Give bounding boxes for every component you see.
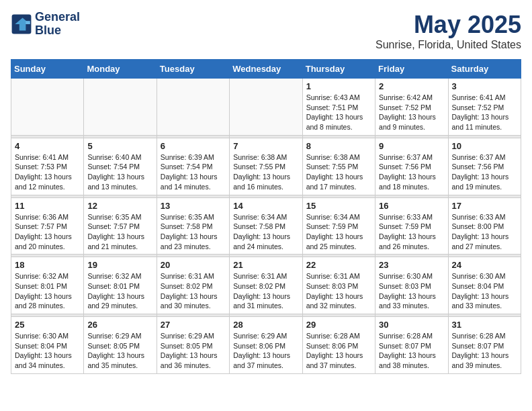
day-number: 17 — [452, 201, 517, 211]
day-number: 22 — [306, 260, 371, 270]
svg-marker-2 — [26, 21, 30, 24]
day-info: Sunrise: 6:35 AM Sunset: 7:58 PM Dayligh… — [161, 212, 226, 252]
day-info: Sunrise: 6:28 AM Sunset: 8:07 PM Dayligh… — [379, 331, 444, 371]
day-number: 2 — [379, 81, 444, 91]
day-info: Sunrise: 6:43 AM Sunset: 7:51 PM Dayligh… — [306, 93, 371, 132]
calendar-cell: 28Sunrise: 6:29 AM Sunset: 8:06 PM Dayli… — [230, 317, 302, 374]
day-info: Sunrise: 6:37 AM Sunset: 7:56 PM Dayligh… — [452, 152, 517, 192]
day-info: Sunrise: 6:30 AM Sunset: 8:04 PM Dayligh… — [15, 331, 80, 371]
day-info: Sunrise: 6:28 AM Sunset: 8:06 PM Dayligh… — [306, 331, 371, 371]
day-number: 4 — [15, 141, 80, 151]
calendar-cell: 14Sunrise: 6:34 AM Sunset: 7:58 PM Dayli… — [230, 197, 302, 255]
calendar-cell — [84, 79, 157, 136]
calendar-cell: 30Sunrise: 6:28 AM Sunset: 8:07 PM Dayli… — [375, 317, 448, 374]
day-info: Sunrise: 6:37 AM Sunset: 7:56 PM Dayligh… — [379, 152, 444, 192]
calendar-cell: 3Sunrise: 6:41 AM Sunset: 7:52 PM Daylig… — [448, 79, 521, 136]
day-number: 31 — [452, 320, 517, 330]
calendar-cell: 1Sunrise: 6:43 AM Sunset: 7:51 PM Daylig… — [302, 79, 375, 136]
day-info: Sunrise: 6:33 AM Sunset: 7:59 PM Dayligh… — [379, 212, 444, 252]
calendar-cell: 22Sunrise: 6:31 AM Sunset: 8:03 PM Dayli… — [302, 257, 375, 314]
day-info: Sunrise: 6:31 AM Sunset: 8:02 PM Dayligh… — [161, 271, 226, 311]
day-number: 12 — [87, 201, 152, 211]
title-area: May 2025 Sunrise, Florida, United States — [375, 11, 521, 51]
weekday-header-row: SundayMondayTuesdayWednesdayThursdayFrid… — [11, 60, 521, 79]
day-number: 28 — [233, 320, 298, 330]
week-row-3: 11Sunrise: 6:36 AM Sunset: 7:57 PM Dayli… — [11, 197, 521, 255]
calendar-cell: 12Sunrise: 6:35 AM Sunset: 7:57 PM Dayli… — [84, 197, 157, 255]
calendar-cell: 19Sunrise: 6:32 AM Sunset: 8:01 PM Dayli… — [84, 257, 157, 314]
calendar-cell: 21Sunrise: 6:31 AM Sunset: 8:02 PM Dayli… — [230, 257, 302, 314]
day-info: Sunrise: 6:34 AM Sunset: 7:59 PM Dayligh… — [306, 212, 371, 252]
calendar-cell: 16Sunrise: 6:33 AM Sunset: 7:59 PM Dayli… — [375, 197, 448, 255]
week-row-2: 4Sunrise: 6:41 AM Sunset: 7:53 PM Daylig… — [11, 138, 521, 195]
day-info: Sunrise: 6:41 AM Sunset: 7:53 PM Dayligh… — [15, 152, 80, 192]
calendar-cell: 20Sunrise: 6:31 AM Sunset: 8:02 PM Dayli… — [157, 257, 229, 314]
calendar-cell: 24Sunrise: 6:30 AM Sunset: 8:04 PM Dayli… — [448, 257, 521, 314]
calendar-cell: 31Sunrise: 6:28 AM Sunset: 8:07 PM Dayli… — [448, 317, 521, 374]
calendar-cell: 23Sunrise: 6:30 AM Sunset: 8:03 PM Dayli… — [375, 257, 448, 314]
day-number: 13 — [161, 201, 226, 211]
weekday-header-tuesday: Tuesday — [157, 60, 229, 79]
day-number: 11 — [15, 201, 80, 211]
day-info: Sunrise: 6:32 AM Sunset: 8:01 PM Dayligh… — [15, 271, 80, 311]
day-info: Sunrise: 6:29 AM Sunset: 8:06 PM Dayligh… — [233, 331, 298, 371]
calendar-cell — [230, 79, 302, 136]
day-info: Sunrise: 6:31 AM Sunset: 8:03 PM Dayligh… — [306, 271, 371, 311]
day-info: Sunrise: 6:29 AM Sunset: 8:05 PM Dayligh… — [87, 331, 152, 371]
week-row-1: 1Sunrise: 6:43 AM Sunset: 7:51 PM Daylig… — [11, 79, 521, 136]
day-number: 26 — [87, 320, 152, 330]
calendar-cell: 10Sunrise: 6:37 AM Sunset: 7:56 PM Dayli… — [448, 138, 521, 195]
calendar-cell: 13Sunrise: 6:35 AM Sunset: 7:58 PM Dayli… — [157, 197, 229, 255]
calendar-cell: 17Sunrise: 6:33 AM Sunset: 8:00 PM Dayli… — [448, 197, 521, 255]
day-info: Sunrise: 6:35 AM Sunset: 7:57 PM Dayligh… — [87, 212, 152, 252]
calendar-cell: 6Sunrise: 6:39 AM Sunset: 7:54 PM Daylig… — [157, 138, 229, 195]
calendar-cell: 5Sunrise: 6:40 AM Sunset: 7:54 PM Daylig… — [84, 138, 157, 195]
day-info: Sunrise: 6:28 AM Sunset: 8:07 PM Dayligh… — [452, 331, 517, 371]
day-number: 14 — [233, 201, 298, 211]
day-number: 18 — [15, 260, 80, 270]
day-number: 3 — [452, 81, 517, 91]
day-number: 27 — [161, 320, 226, 330]
day-number: 19 — [87, 260, 152, 270]
day-number: 29 — [306, 320, 371, 330]
day-number: 10 — [452, 141, 517, 151]
calendar-cell: 15Sunrise: 6:34 AM Sunset: 7:59 PM Dayli… — [302, 197, 375, 255]
calendar-cell: 11Sunrise: 6:36 AM Sunset: 7:57 PM Dayli… — [11, 197, 84, 255]
weekday-header-friday: Friday — [375, 60, 448, 79]
day-number: 20 — [161, 260, 226, 270]
calendar-cell: 7Sunrise: 6:38 AM Sunset: 7:55 PM Daylig… — [230, 138, 302, 195]
logo-icon — [11, 13, 32, 35]
day-info: Sunrise: 6:38 AM Sunset: 7:55 PM Dayligh… — [306, 152, 371, 192]
calendar-cell — [157, 79, 229, 136]
calendar-cell: 2Sunrise: 6:42 AM Sunset: 7:52 PM Daylig… — [375, 79, 448, 136]
day-number: 7 — [233, 141, 298, 151]
day-number: 25 — [15, 320, 80, 330]
calendar-cell: 27Sunrise: 6:29 AM Sunset: 8:05 PM Dayli… — [157, 317, 229, 374]
day-info: Sunrise: 6:32 AM Sunset: 8:01 PM Dayligh… — [87, 271, 152, 311]
day-info: Sunrise: 6:42 AM Sunset: 7:52 PM Dayligh… — [379, 93, 444, 132]
day-number: 24 — [452, 260, 517, 270]
day-info: Sunrise: 6:33 AM Sunset: 8:00 PM Dayligh… — [452, 212, 517, 252]
calendar-subtitle: Sunrise, Florida, United States — [375, 39, 521, 51]
calendar-cell: 25Sunrise: 6:30 AM Sunset: 8:04 PM Dayli… — [11, 317, 84, 374]
day-number: 5 — [87, 141, 152, 151]
day-number: 21 — [233, 260, 298, 270]
calendar-cell: 9Sunrise: 6:37 AM Sunset: 7:56 PM Daylig… — [375, 138, 448, 195]
day-number: 30 — [379, 320, 444, 330]
calendar-cell: 4Sunrise: 6:41 AM Sunset: 7:53 PM Daylig… — [11, 138, 84, 195]
calendar-cell: 8Sunrise: 6:38 AM Sunset: 7:55 PM Daylig… — [302, 138, 375, 195]
calendar-cell: 29Sunrise: 6:28 AM Sunset: 8:06 PM Dayli… — [302, 317, 375, 374]
day-info: Sunrise: 6:30 AM Sunset: 8:04 PM Dayligh… — [452, 271, 517, 311]
logo-text: General Blue — [35, 11, 80, 38]
day-number: 16 — [379, 201, 444, 211]
calendar-cell: 18Sunrise: 6:32 AM Sunset: 8:01 PM Dayli… — [11, 257, 84, 314]
logo: General Blue — [11, 11, 80, 38]
day-info: Sunrise: 6:34 AM Sunset: 7:58 PM Dayligh… — [233, 212, 298, 252]
day-info: Sunrise: 6:41 AM Sunset: 7:52 PM Dayligh… — [452, 93, 517, 132]
weekday-header-sunday: Sunday — [11, 60, 84, 79]
day-info: Sunrise: 6:36 AM Sunset: 7:57 PM Dayligh… — [15, 212, 80, 252]
weekday-header-wednesday: Wednesday — [230, 60, 302, 79]
week-row-4: 18Sunrise: 6:32 AM Sunset: 8:01 PM Dayli… — [11, 257, 521, 314]
weekday-header-monday: Monday — [84, 60, 157, 79]
page-header: General Blue May 2025 Sunrise, Florida, … — [11, 11, 521, 51]
